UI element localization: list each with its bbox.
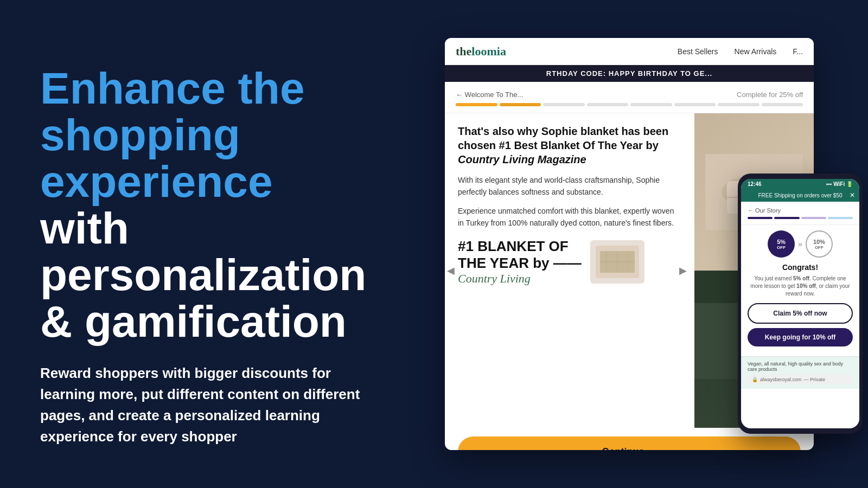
content-main: ◀ ▶ That's also why Sophie blanket has b… [445,113,694,428]
nav-links: Best Sellers New Arrivals F... [678,47,803,56]
phone-progress-bars [748,217,853,219]
congrats-text: You just earned 5% off. Complete one mor… [748,275,853,298]
product-para-1: With its elegant style and world-class c… [458,174,681,198]
discount-circle-10: 10% OFF [806,230,833,258]
phone-bar-4 [828,217,853,219]
quiz-header: ← Welcome To The... Complete for 25% off [456,91,803,99]
progress-bar-3 [543,103,585,106]
phone-signal: ▪▪▪ WiFi 🔋 [826,181,853,187]
subtext: Reward shoppers with bigger discounts fo… [40,363,387,447]
progress-bar-7 [718,103,760,106]
product-description: That's also why Sophie blanket has been … [458,124,681,229]
phone-bar-3 [801,217,826,219]
nav-item-more[interactable]: F... [793,47,803,56]
brand-logo: theloomia [456,44,506,59]
continue-button[interactable]: Continue → [458,436,801,450]
scroll-right-arrow[interactable]: ▶ [679,265,687,277]
discount-circles: 5% OFF » 10% OFF [748,230,853,258]
logo-the: the [456,44,471,58]
headline-line4: & gamification [40,297,347,346]
phone-close-icon[interactable]: ✕ [850,191,855,199]
browser-navbar: theloomia Best Sellers New Arrivals F... [445,38,814,65]
quiz-panel: ← Welcome To The... Complete for 25% off [445,82,814,113]
phone-bar-1 [748,217,773,219]
claim-button[interactable]: Claim 5% off now [748,303,853,324]
congrats-title: Congrats! [748,263,853,272]
phone-time: 12:46 [748,181,762,187]
progress-bars [456,103,803,106]
product-para-2: Experience unmatched comfort with this b… [458,205,681,229]
progress-bar-2 [500,103,541,106]
award-text: #1 BLANKET OFTHE YEAR by —— [458,238,582,272]
discount-5-label: OFF [777,245,786,250]
keep-going-button[interactable]: Keep going for 10% off [748,328,853,346]
progress-bar-4 [587,103,629,106]
discount-5-value: 5% [777,239,786,245]
phone-footer-text: Vegan, all natural, high quality sex and… [748,361,853,372]
country-living-logo: Country Living [458,272,582,286]
phone-story-section: ← Our Story [741,202,859,225]
award-image [590,240,644,284]
phone-url: alwaysberoyal.com [760,377,802,382]
announcement-text: RTHDAY CODE: HAPPY BIRTHDAY TO GE... [546,69,712,78]
phone-url-bar: 🔒 alwaysberoyal.com — Private [748,375,853,384]
product-heading: That's also why Sophie blanket has been … [458,124,681,166]
nav-item-new-arrivals[interactable]: New Arrivals [735,47,777,56]
logo-loomia: loomia [471,44,506,58]
phone-congrats: 5% OFF » 10% OFF Congrats! You just earn… [741,225,859,356]
discount-10-label: OFF [815,245,824,250]
blanket-image-svg [596,246,639,278]
announcement-bar: RTHDAY CODE: HAPPY BIRTHDAY TO GE... [445,65,814,82]
progress-bar-6 [674,103,716,106]
phone-shipping-text: FREE Shipping on orders over $50 [758,192,842,198]
progress-bar-5 [630,103,672,106]
progress-bar-1 [456,103,497,106]
phone-screen: 12:46 ▪▪▪ WiFi 🔋 FREE Shipping on orders… [741,179,859,428]
left-panel: Enhance the shopping experience with per… [40,65,409,447]
mobile-phone: 12:46 ▪▪▪ WiFi 🔋 FREE Shipping on orders… [738,174,863,434]
lock-icon: 🔒 [752,377,758,382]
progress-bar-8 [762,103,803,106]
main-headline: Enhance the shopping experience with per… [40,65,409,345]
award-section: #1 BLANKET OFTHE YEAR by —— Country Livi… [458,238,681,286]
quiz-complete-label: Complete for 25% off [737,91,803,99]
phone-status-bar: 12:46 ▪▪▪ WiFi 🔋 [741,179,859,189]
scroll-left-arrow[interactable]: ◀ [447,265,455,277]
headline-line1: Enhance the [40,63,305,113]
quiz-back-link[interactable]: ← Welcome To The... [456,91,523,99]
nav-item-best-sellers[interactable]: Best Sellers [678,47,718,56]
headline-line2: shopping experience [40,110,273,206]
arrow-icon: » [798,240,802,248]
headline-line3: with personalization [40,203,366,299]
phone-bar-2 [774,217,799,219]
right-panel: theloomia Best Sellers New Arrivals F...… [445,33,868,477]
phone-url-suffix: — Private [804,377,826,382]
discount-circle-5: 5% OFF [768,230,795,258]
discount-10-value: 10% [813,239,825,245]
phone-footer: Vegan, all natural, high quality sex and… [741,356,859,389]
phone-story-header[interactable]: ← Our Story [748,207,853,214]
phone-shipping-bar: FREE Shipping on orders over $50 ✕ [741,189,859,202]
